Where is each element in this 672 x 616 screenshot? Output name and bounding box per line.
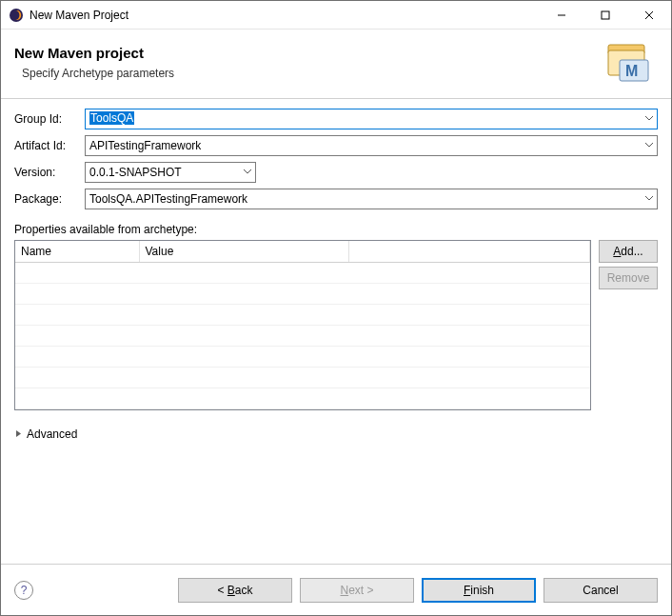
chevron-down-icon[interactable] [643,138,655,151]
properties-table[interactable]: Name Value [14,240,591,410]
chevron-down-icon[interactable] [643,191,655,205]
advanced-label: Advanced [27,427,77,441]
form-area: Group Id: ToolsQA Artifact Id: Version: … [1,99,671,564]
triangle-right-icon [14,429,23,438]
cancel-button[interactable]: Cancel [544,578,658,603]
table-row[interactable] [15,262,590,283]
row-package: Package: [14,189,658,209]
close-button[interactable] [627,1,671,30]
banner-subtitle: Specify Archetype parameters [22,67,606,80]
banner: New Maven project Specify Archetype para… [1,30,671,99]
dialog-window: New Maven Project New Maven project Spec… [0,0,672,616]
label-artifact-id: Artifact Id: [14,139,85,152]
add-button[interactable]: Add... [599,240,658,263]
minimize-button[interactable] [540,1,583,30]
properties-buttons: Add... Remove [599,240,658,410]
table-row[interactable] [15,325,590,346]
row-group-id: Group Id: ToolsQA [14,109,658,129]
chevron-down-icon[interactable] [242,165,253,178]
footer: ? < Back Next > Finish Cancel [1,564,671,615]
group-id-input[interactable] [85,109,658,129]
finish-button[interactable]: Finish [422,578,536,603]
col-name[interactable]: Name [15,241,139,262]
eclipse-icon [9,8,24,23]
chevron-down-icon[interactable] [643,111,655,125]
table-row[interactable] [15,346,590,367]
properties-label: Properties available from archetype: [14,223,658,236]
svg-rect-4 [602,11,609,19]
version-input[interactable] [85,162,256,183]
help-button[interactable]: ? [14,581,33,600]
version-combo[interactable] [85,162,256,183]
titlebar: New Maven Project [1,1,671,30]
svg-point-2 [11,10,19,20]
package-combo[interactable] [85,189,658,209]
label-package: Package: [14,192,85,206]
group-id-combo[interactable]: ToolsQA [85,109,658,129]
table-row[interactable] [15,304,590,325]
banner-title: New Maven project [14,45,606,61]
table-row[interactable] [15,367,590,387]
table-row[interactable] [15,387,590,408]
row-artifact-id: Artifact Id: [14,135,658,156]
col-empty [348,241,590,262]
advanced-toggle[interactable]: Advanced [14,427,658,441]
properties-area: Name Value Add... [14,240,658,410]
banner-text: New Maven project Specify Archetype para… [14,45,606,80]
label-version: Version: [14,166,85,179]
next-button[interactable]: Next > [300,578,414,603]
package-input[interactable] [85,189,658,209]
table-row[interactable] [15,283,590,304]
remove-button[interactable]: Remove [599,267,658,289]
row-version: Version: [14,162,658,183]
maximize-button[interactable] [583,1,627,30]
col-value[interactable]: Value [139,241,348,262]
artifact-id-input[interactable] [85,135,658,156]
back-button[interactable]: < Back [178,578,292,603]
window-title: New Maven Project [30,9,540,22]
artifact-id-combo[interactable] [85,135,658,156]
svg-text:M: M [625,63,638,79]
label-group-id: Group Id: [14,112,85,126]
maven-wizard-icon: M [606,41,650,83]
